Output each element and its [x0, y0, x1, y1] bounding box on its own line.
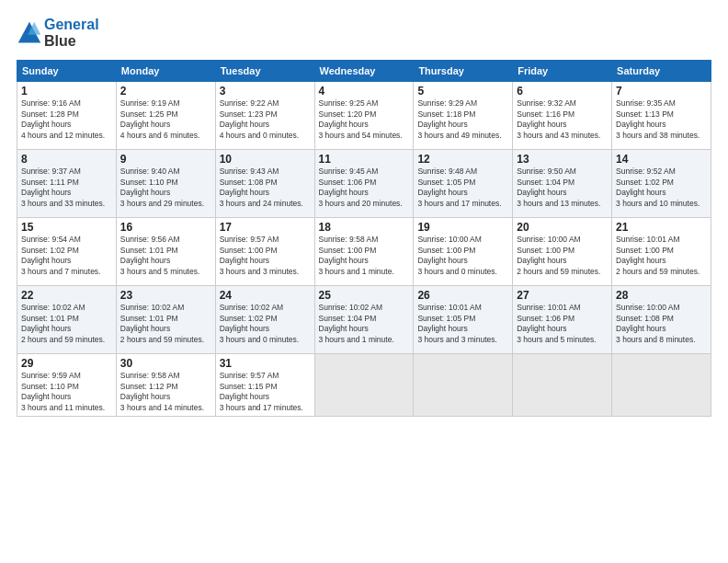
day-number: 18 — [319, 221, 410, 234]
day-cell: 27Sunrise: 10:01 AMSunset: 1:06 PMDaylig… — [513, 286, 612, 354]
day-info: Sunrise: 10:02 AMSunset: 1:02 PMDaylight… — [220, 303, 311, 345]
day-number: 22 — [21, 289, 112, 302]
day-cell: 13Sunrise: 9:50 AMSunset: 1:04 PMDayligh… — [513, 150, 612, 218]
calendar-body: 1Sunrise: 9:16 AMSunset: 1:28 PMDaylight… — [17, 82, 711, 417]
day-cell — [612, 354, 711, 417]
day-cell — [314, 354, 414, 417]
day-cell: 28Sunrise: 10:00 AMSunset: 1:08 PMDaylig… — [612, 286, 711, 354]
day-cell: 6Sunrise: 9:32 AMSunset: 1:16 PMDaylight… — [513, 82, 612, 150]
day-cell: 21Sunrise: 10:01 AMSunset: 1:00 PMDaylig… — [612, 218, 711, 286]
day-number: 29 — [21, 357, 112, 370]
day-number: 3 — [220, 85, 311, 98]
day-number: 25 — [319, 289, 410, 302]
day-number: 5 — [417, 85, 508, 98]
col-header-sunday: Sunday — [17, 61, 117, 82]
day-info: Sunrise: 9:57 AMSunset: 1:15 PMDaylight … — [220, 371, 311, 413]
day-info: Sunrise: 10:00 AMSunset: 1:00 PMDaylight… — [417, 235, 508, 277]
day-cell: 1Sunrise: 9:16 AMSunset: 1:28 PMDaylight… — [17, 82, 117, 150]
week-row-1: 1Sunrise: 9:16 AMSunset: 1:28 PMDaylight… — [17, 82, 711, 150]
day-number: 26 — [417, 289, 508, 302]
day-info: Sunrise: 10:01 AMSunset: 1:00 PMDaylight… — [616, 235, 707, 277]
header: General Blue — [17, 17, 711, 49]
day-cell: 23Sunrise: 10:02 AMSunset: 1:01 PMDaylig… — [116, 286, 215, 354]
day-cell: 8Sunrise: 9:37 AMSunset: 1:11 PMDaylight… — [17, 150, 117, 218]
day-number: 11 — [319, 153, 410, 166]
day-number: 9 — [120, 153, 211, 166]
day-cell: 16Sunrise: 9:56 AMSunset: 1:01 PMDayligh… — [116, 218, 215, 286]
day-cell: 22Sunrise: 10:02 AMSunset: 1:01 PMDaylig… — [17, 286, 117, 354]
col-header-thursday: Thursday — [414, 61, 513, 82]
day-cell: 24Sunrise: 10:02 AMSunset: 1:02 PMDaylig… — [215, 286, 314, 354]
day-info: Sunrise: 10:02 AMSunset: 1:04 PMDaylight… — [319, 303, 410, 345]
day-info: Sunrise: 10:01 AMSunset: 1:05 PMDaylight… — [417, 303, 508, 345]
day-number: 16 — [120, 221, 211, 234]
day-cell: 25Sunrise: 10:02 AMSunset: 1:04 PMDaylig… — [314, 286, 414, 354]
day-info: Sunrise: 9:16 AMSunset: 1:28 PMDaylight … — [21, 98, 112, 141]
day-cell — [513, 354, 612, 417]
day-info: Sunrise: 10:02 AMSunset: 1:01 PMDaylight… — [21, 303, 112, 345]
col-header-friday: Friday — [513, 61, 612, 82]
day-number: 28 — [616, 289, 707, 302]
logo: General Blue — [17, 17, 99, 49]
day-info: Sunrise: 9:29 AMSunset: 1:18 PMDaylight … — [417, 98, 508, 141]
day-cell: 19Sunrise: 10:00 AMSunset: 1:00 PMDaylig… — [414, 218, 513, 286]
day-cell: 29Sunrise: 9:59 AMSunset: 1:10 PMDayligh… — [17, 354, 117, 417]
day-number: 1 — [21, 85, 112, 98]
day-number: 7 — [616, 85, 707, 98]
day-cell: 15Sunrise: 9:54 AMSunset: 1:02 PMDayligh… — [17, 218, 117, 286]
day-cell: 5Sunrise: 9:29 AMSunset: 1:18 PMDaylight… — [414, 82, 513, 150]
day-number: 14 — [616, 153, 707, 166]
week-row-3: 15Sunrise: 9:54 AMSunset: 1:02 PMDayligh… — [17, 218, 711, 286]
calendar-header-row: SundayMondayTuesdayWednesdayThursdayFrid… — [17, 61, 711, 82]
day-info: Sunrise: 9:59 AMSunset: 1:10 PMDaylight … — [21, 371, 112, 413]
day-info: Sunrise: 10:02 AMSunset: 1:01 PMDaylight… — [120, 303, 211, 345]
day-cell: 30Sunrise: 9:58 AMSunset: 1:12 PMDayligh… — [116, 354, 215, 417]
day-info: Sunrise: 9:45 AMSunset: 1:06 PMDaylight … — [319, 167, 410, 209]
day-cell: 9Sunrise: 9:40 AMSunset: 1:10 PMDaylight… — [116, 150, 215, 218]
day-info: Sunrise: 9:40 AMSunset: 1:10 PMDaylight … — [120, 167, 211, 209]
day-number: 23 — [120, 289, 211, 302]
day-number: 13 — [517, 153, 608, 166]
day-cell: 4Sunrise: 9:25 AMSunset: 1:20 PMDaylight… — [314, 82, 414, 150]
day-cell — [414, 354, 513, 417]
day-number: 4 — [319, 85, 410, 98]
day-cell: 18Sunrise: 9:58 AMSunset: 1:00 PMDayligh… — [314, 218, 414, 286]
day-cell: 14Sunrise: 9:52 AMSunset: 1:02 PMDayligh… — [612, 150, 711, 218]
day-cell: 26Sunrise: 10:01 AMSunset: 1:05 PMDaylig… — [414, 286, 513, 354]
day-cell: 10Sunrise: 9:43 AMSunset: 1:08 PMDayligh… — [215, 150, 314, 218]
day-info: Sunrise: 9:56 AMSunset: 1:01 PMDaylight … — [120, 235, 211, 277]
day-number: 10 — [220, 153, 311, 166]
day-cell: 11Sunrise: 9:45 AMSunset: 1:06 PMDayligh… — [314, 150, 414, 218]
logo-icon — [17, 20, 42, 46]
day-info: Sunrise: 10:00 AMSunset: 1:00 PMDaylight… — [517, 235, 608, 277]
day-cell: 7Sunrise: 9:35 AMSunset: 1:13 PMDaylight… — [612, 82, 711, 150]
day-cell: 2Sunrise: 9:19 AMSunset: 1:25 PMDaylight… — [116, 82, 215, 150]
day-number: 17 — [220, 221, 311, 234]
day-info: Sunrise: 9:43 AMSunset: 1:08 PMDaylight … — [220, 167, 311, 209]
week-row-5: 29Sunrise: 9:59 AMSunset: 1:10 PMDayligh… — [17, 354, 711, 417]
day-info: Sunrise: 9:50 AMSunset: 1:04 PMDaylight … — [517, 167, 608, 209]
day-info: Sunrise: 9:57 AMSunset: 1:00 PMDaylight … — [220, 235, 311, 277]
day-number: 19 — [417, 221, 508, 234]
day-info: Sunrise: 9:35 AMSunset: 1:13 PMDaylight … — [616, 98, 707, 141]
day-info: Sunrise: 10:00 AMSunset: 1:08 PMDaylight… — [616, 303, 707, 345]
day-info: Sunrise: 9:52 AMSunset: 1:02 PMDaylight … — [616, 167, 707, 209]
day-cell: 20Sunrise: 10:00 AMSunset: 1:00 PMDaylig… — [513, 218, 612, 286]
col-header-tuesday: Tuesday — [215, 61, 314, 82]
day-number: 6 — [517, 85, 608, 98]
day-info: Sunrise: 9:19 AMSunset: 1:25 PMDaylight … — [120, 98, 211, 141]
day-info: Sunrise: 10:01 AMSunset: 1:06 PMDaylight… — [517, 303, 608, 345]
day-info: Sunrise: 9:25 AMSunset: 1:20 PMDaylight … — [319, 98, 410, 141]
day-info: Sunrise: 9:48 AMSunset: 1:05 PMDaylight … — [417, 167, 508, 209]
day-number: 27 — [517, 289, 608, 302]
day-info: Sunrise: 9:58 AMSunset: 1:12 PMDaylight … — [120, 371, 211, 413]
day-cell: 12Sunrise: 9:48 AMSunset: 1:05 PMDayligh… — [414, 150, 513, 218]
day-info: Sunrise: 9:54 AMSunset: 1:02 PMDaylight … — [21, 235, 112, 277]
day-number: 21 — [616, 221, 707, 234]
day-info: Sunrise: 9:32 AMSunset: 1:16 PMDaylight … — [517, 98, 608, 141]
logo-text: General Blue — [44, 17, 99, 49]
col-header-saturday: Saturday — [612, 61, 711, 82]
day-cell: 31Sunrise: 9:57 AMSunset: 1:15 PMDayligh… — [215, 354, 314, 417]
day-number: 30 — [120, 357, 211, 370]
day-info: Sunrise: 9:37 AMSunset: 1:11 PMDaylight … — [21, 167, 112, 209]
